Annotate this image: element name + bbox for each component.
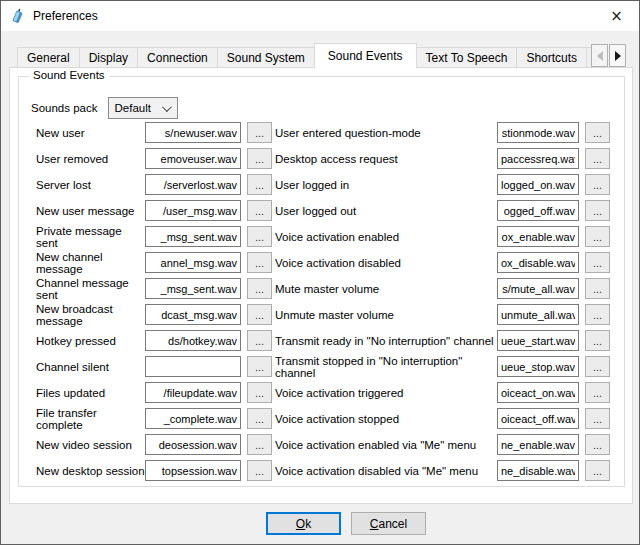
- sounds-pack-combobox[interactable]: Default: [108, 97, 178, 119]
- sound-event-row: Voice activation disabled via "Me" menu …: [275, 460, 610, 481]
- sound-event-label: Hotkey pressed: [36, 335, 145, 347]
- sound-file-input[interactable]: [145, 408, 241, 429]
- ok-button[interactable]: Ok: [266, 512, 341, 535]
- browse-button[interactable]: ...: [585, 174, 610, 195]
- sound-file-input[interactable]: [145, 148, 241, 169]
- close-button[interactable]: ×: [594, 1, 639, 30]
- sound-file-input[interactable]: [497, 226, 579, 247]
- sound-file-input[interactable]: [497, 382, 579, 403]
- sound-event-label: Channel message sent: [36, 277, 145, 301]
- triangle-right-icon: [615, 51, 621, 61]
- sound-file-input[interactable]: [145, 382, 241, 403]
- sound-file-input[interactable]: [145, 252, 241, 273]
- browse-button[interactable]: ...: [585, 330, 610, 351]
- sounds-pack-label: Sounds pack: [31, 102, 98, 114]
- tab-scroll-right-button[interactable]: [609, 44, 626, 67]
- browse-button[interactable]: ...: [247, 434, 272, 455]
- sound-event-row: Voice activation stopped ...: [275, 408, 610, 429]
- sound-file-input[interactable]: [145, 226, 241, 247]
- browse-button[interactable]: ...: [247, 356, 272, 377]
- sound-event-row: Desktop access request ...: [275, 148, 610, 169]
- browse-button[interactable]: ...: [247, 174, 272, 195]
- sound-file-input[interactable]: [497, 408, 579, 429]
- tab-shortcuts[interactable]: Shortcuts: [516, 47, 587, 68]
- browse-button[interactable]: ...: [247, 330, 272, 351]
- browse-button[interactable]: ...: [585, 148, 610, 169]
- browse-button[interactable]: ...: [247, 122, 272, 143]
- browse-button[interactable]: ...: [247, 408, 272, 429]
- sound-file-input[interactable]: [145, 278, 241, 299]
- sound-file-input[interactable]: [497, 174, 579, 195]
- cancel-button[interactable]: Cancel: [351, 512, 426, 535]
- sound-event-label: Voice activation disabled: [275, 257, 497, 269]
- sound-file-input[interactable]: [145, 200, 241, 221]
- browse-button[interactable]: ...: [585, 408, 610, 429]
- app-icon: [10, 8, 26, 24]
- browse-button[interactable]: ...: [247, 460, 272, 481]
- tab-connection[interactable]: Connection: [137, 47, 218, 68]
- browse-button[interactable]: ...: [585, 122, 610, 143]
- sound-event-row: User logged out ...: [275, 200, 610, 221]
- sound-file-input[interactable]: [497, 356, 579, 377]
- browse-button[interactable]: ...: [585, 434, 610, 455]
- sound-event-row: Channel message sent ...: [36, 278, 272, 299]
- sound-event-label: Files updated: [36, 387, 145, 399]
- sound-event-label: User removed: [36, 153, 145, 165]
- sound-file-input[interactable]: [497, 252, 579, 273]
- sound-event-label: Mute master volume: [275, 283, 497, 295]
- sound-event-label: Transmit ready in "No interruption" chan…: [275, 335, 497, 347]
- sound-event-label: Voice activation disabled via "Me" menu: [275, 465, 497, 477]
- browse-button[interactable]: ...: [585, 278, 610, 299]
- tab-display[interactable]: Display: [79, 47, 138, 68]
- sound-event-label: New user message: [36, 205, 145, 217]
- sound-event-row: User entered question-mode ...: [275, 122, 610, 143]
- sound-file-input[interactable]: [145, 434, 241, 455]
- sound-file-input[interactable]: [145, 330, 241, 351]
- tab-text-to-speech[interactable]: Text To Speech: [416, 47, 518, 68]
- tab-sound-events[interactable]: Sound Events: [314, 43, 417, 68]
- sound-event-row: New desktop session ...: [36, 460, 272, 481]
- browse-button[interactable]: ...: [247, 226, 272, 247]
- browse-button[interactable]: ...: [247, 200, 272, 221]
- sound-file-input[interactable]: [497, 304, 579, 325]
- sound-event-row: Voice activation triggered ...: [275, 382, 610, 403]
- browse-button[interactable]: ...: [585, 460, 610, 481]
- sound-file-input[interactable]: [497, 148, 579, 169]
- browse-button[interactable]: ...: [585, 226, 610, 247]
- tab-scroll-left-button[interactable]: [591, 44, 608, 67]
- sound-file-input[interactable]: [145, 304, 241, 325]
- tab-general[interactable]: General: [17, 47, 80, 68]
- sound-event-label: Unmute master volume: [275, 309, 497, 321]
- sound-file-input[interactable]: [497, 122, 579, 143]
- sound-event-row: New user ...: [36, 122, 272, 143]
- browse-button[interactable]: ...: [247, 382, 272, 403]
- sound-event-row: File transfer complete ...: [36, 408, 272, 429]
- sound-file-input[interactable]: [145, 460, 241, 481]
- sound-file-input[interactable]: [497, 434, 579, 455]
- sound-event-row: Voice activation enabled ...: [275, 226, 610, 247]
- browse-button[interactable]: ...: [247, 278, 272, 299]
- browse-button[interactable]: ...: [247, 148, 272, 169]
- sound-file-input[interactable]: [145, 122, 241, 143]
- chevron-down-icon: [161, 102, 171, 112]
- sound-event-label: New broadcast message: [36, 303, 145, 327]
- browse-button[interactable]: ...: [585, 356, 610, 377]
- sound-file-input[interactable]: [497, 278, 579, 299]
- sound-file-input[interactable]: [497, 200, 579, 221]
- browse-button[interactable]: ...: [585, 252, 610, 273]
- sound-file-input[interactable]: [145, 174, 241, 195]
- window-title: Preferences: [33, 9, 98, 23]
- sounds-pack-value: Default: [115, 102, 162, 114]
- browse-button[interactable]: ...: [585, 200, 610, 221]
- browse-button[interactable]: ...: [247, 252, 272, 273]
- sound-file-input[interactable]: [145, 356, 241, 377]
- browse-button[interactable]: ...: [585, 382, 610, 403]
- browse-button[interactable]: ...: [247, 304, 272, 325]
- tab-page-sound-events: Sound Events Sounds pack Default New use…: [9, 67, 633, 504]
- sound-file-input[interactable]: [497, 330, 579, 351]
- sound-file-input[interactable]: [497, 460, 579, 481]
- tab-sound-system[interactable]: Sound System: [217, 47, 315, 68]
- browse-button[interactable]: ...: [585, 304, 610, 325]
- tab-bar: General Display Connection Sound System …: [17, 43, 591, 68]
- sound-event-label: Transmit stopped in "No interruption" ch…: [275, 355, 497, 379]
